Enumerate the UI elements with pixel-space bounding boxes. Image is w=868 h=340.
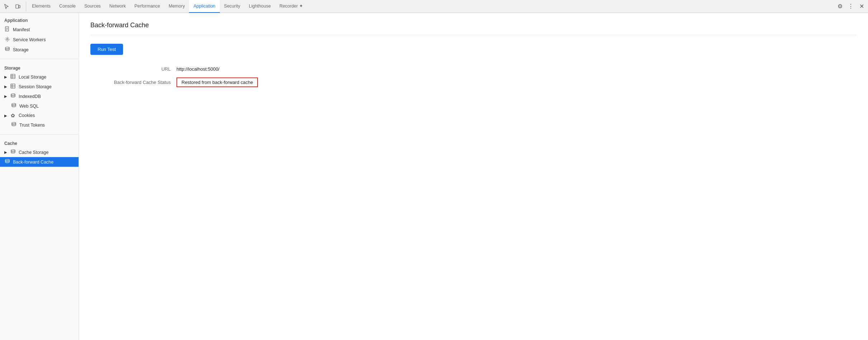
tab-network[interactable]: Network xyxy=(105,0,130,13)
table-icon-local xyxy=(10,74,16,80)
svg-rect-12 xyxy=(11,84,15,88)
gear-icon xyxy=(4,37,10,43)
device-icon[interactable] xyxy=(13,1,23,11)
tab-recorder[interactable]: Recorder ✦ xyxy=(275,0,307,13)
db-icon-trust xyxy=(11,122,16,128)
page-title: Back-forward Cache xyxy=(90,22,857,29)
svg-point-19 xyxy=(11,150,15,151)
storage-icon-bfcache xyxy=(4,159,10,165)
info-grid: URL http://localhost:5000/ Back-forward … xyxy=(90,66,857,87)
svg-point-7 xyxy=(5,47,9,48)
tab-memory[interactable]: Memory xyxy=(164,0,189,13)
url-row: URL http://localhost:5000/ xyxy=(90,66,857,72)
sidebar-divider-2 xyxy=(0,134,79,134)
main-layout: Application Manifest Service Workers xyxy=(0,13,868,340)
status-label: Back-forward Cache Status xyxy=(90,80,176,85)
status-value: Restored from back-forward cache xyxy=(176,77,258,87)
sidebar-item-back-forward-cache-label: Back-forward Cache xyxy=(13,160,53,165)
sidebar-item-service-workers-label: Service Workers xyxy=(13,37,46,42)
sidebar-item-cookies-label: Cookies xyxy=(19,113,35,118)
sidebar-item-service-workers[interactable]: Service Workers xyxy=(0,35,79,45)
tab-elements[interactable]: Elements xyxy=(28,0,55,13)
table-icon-session xyxy=(10,84,16,90)
cookie-icon: ✿ xyxy=(10,113,16,118)
sidebar-storage-section: Storage ▶ Local Storage ▶ Session Storag… xyxy=(0,61,79,133)
sidebar-item-manifest-label: Manifest xyxy=(13,27,30,32)
settings-icon[interactable]: ⚙ xyxy=(835,1,845,11)
sidebar-item-local-storage[interactable]: ▶ Local Storage xyxy=(0,72,79,82)
svg-point-16 xyxy=(11,94,15,95)
close-icon[interactable]: ✕ xyxy=(857,1,867,11)
toolbar-right: ⚙ ⋮ ✕ xyxy=(835,1,867,11)
svg-point-6 xyxy=(6,38,8,40)
sidebar-item-cache-storage-label: Cache Storage xyxy=(19,150,48,155)
content-divider xyxy=(90,35,857,35)
sidebar-item-cookies[interactable]: ▶ ✿ Cookies xyxy=(0,111,79,120)
sidebar-application-section: Application Manifest Service Workers xyxy=(0,13,79,57)
sidebar-item-session-storage[interactable]: ▶ Session Storage xyxy=(0,82,79,91)
sidebar-item-manifest[interactable]: Manifest xyxy=(0,24,79,35)
tab-application[interactable]: Application xyxy=(189,0,220,13)
tab-console[interactable]: Console xyxy=(55,0,80,13)
sidebar-item-indexeddb[interactable]: ▶ IndexedDB xyxy=(0,91,79,101)
sidebar-application-header: Application xyxy=(0,16,79,24)
sidebar-item-cache-storage[interactable]: ▶ Cache Storage xyxy=(0,147,79,157)
run-test-button[interactable]: Run Test xyxy=(90,44,123,55)
chevron-cache-storage: ▶ xyxy=(4,150,7,154)
sidebar-item-session-storage-label: Session Storage xyxy=(19,84,52,89)
db-icon-indexed xyxy=(10,93,16,99)
tab-performance[interactable]: Performance xyxy=(130,0,165,13)
chevron-local-storage: ▶ xyxy=(4,75,7,79)
sidebar-item-storage[interactable]: Storage xyxy=(0,45,79,55)
tab-sources[interactable]: Sources xyxy=(80,0,105,13)
svg-point-18 xyxy=(12,122,16,124)
sidebar-item-indexeddb-label: IndexedDB xyxy=(19,94,41,99)
sidebar-item-trust-tokens[interactable]: Trust Tokens xyxy=(0,120,79,130)
chevron-cookies: ▶ xyxy=(4,114,7,118)
svg-rect-1 xyxy=(19,5,20,8)
tabs-list: Elements Console Sources Network Perform… xyxy=(28,0,835,13)
tab-security[interactable]: Security xyxy=(220,0,245,13)
sidebar-divider-1 xyxy=(0,59,79,59)
db-icon-websql xyxy=(11,103,16,109)
sidebar-item-websql-label: Web SQL xyxy=(19,104,39,109)
sidebar-item-local-storage-label: Local Storage xyxy=(19,75,46,80)
sidebar-item-websql[interactable]: Web SQL xyxy=(0,101,79,111)
status-row: Back-forward Cache Status Restored from … xyxy=(90,77,857,87)
url-label: URL xyxy=(90,66,176,72)
sidebar-item-trust-tokens-label: Trust Tokens xyxy=(19,123,45,128)
sidebar: Application Manifest Service Workers xyxy=(0,13,79,340)
content-area: Back-forward Cache Run Test URL http://l… xyxy=(79,13,868,340)
svg-rect-8 xyxy=(11,74,15,79)
toolbar-left xyxy=(1,1,26,11)
sidebar-item-storage-label: Storage xyxy=(13,47,29,52)
devtools-window: Elements Console Sources Network Perform… xyxy=(0,0,868,340)
tab-bar: Elements Console Sources Network Perform… xyxy=(0,0,868,13)
sidebar-storage-header: Storage xyxy=(0,63,79,72)
chevron-session-storage: ▶ xyxy=(4,85,7,89)
sidebar-cache-section: Cache ▶ Cache Storage Back-forward Cache xyxy=(0,136,79,170)
svg-point-20 xyxy=(5,159,9,161)
sidebar-cache-header: Cache xyxy=(0,139,79,147)
content-inner: Back-forward Cache Run Test URL http://l… xyxy=(79,13,868,96)
chevron-indexeddb: ▶ xyxy=(4,94,7,98)
more-icon[interactable]: ⋮ xyxy=(846,1,856,11)
storage-icon xyxy=(4,47,10,53)
tab-lighthouse[interactable]: Lighthouse xyxy=(245,0,275,13)
svg-point-17 xyxy=(12,103,16,105)
storage-icon-cache xyxy=(10,149,16,155)
cursor-icon[interactable] xyxy=(1,1,11,11)
manifest-icon xyxy=(4,26,10,33)
sidebar-item-back-forward-cache[interactable]: Back-forward Cache xyxy=(0,157,79,167)
svg-rect-0 xyxy=(16,5,19,8)
url-value: http://localhost:5000/ xyxy=(176,66,220,72)
